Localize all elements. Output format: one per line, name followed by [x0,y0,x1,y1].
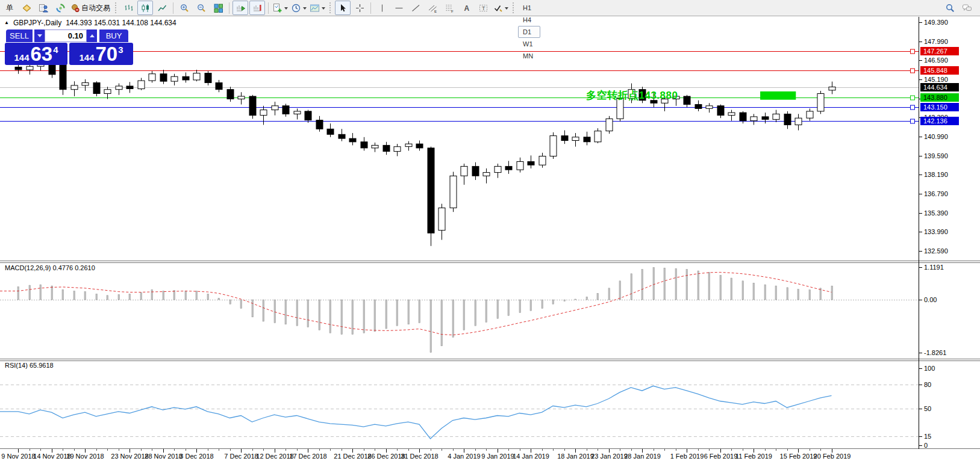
chevron-down-icon[interactable] [322,7,325,11]
cursor-button[interactable] [335,1,351,15]
chart-title: ▲ GBPJPY-,Daily 144.393 145.031 144.108 … [4,19,176,27]
date-axis: 9 Nov 201814 Nov 201819 Nov 201823 Nov 2… [1,449,850,460]
date-axis-label: 15 Feb 2019 [780,453,817,460]
toolbar-drag-handle[interactable] [329,2,332,13]
timeframe-button-d1[interactable]: D1 [518,26,540,38]
bar-chart-button[interactable] [120,1,136,15]
candlestick-chart-icon [140,3,151,13]
zoom-out-button[interactable] [193,1,209,15]
svg-text:-1.8261: -1.8261 [924,349,946,356]
sell-price-main: 63 [30,44,52,64]
buy-price-box[interactable]: 144 70 3 [69,43,133,65]
chevron-down-icon[interactable] [284,7,288,11]
date-axis-label: 31 Dec 2018 [401,453,438,460]
new-order-button[interactable]: 单 [2,1,17,15]
data-refresh-button[interactable] [52,1,68,15]
auto-scroll-button[interactable] [233,1,248,15]
volume-increase-button[interactable] [87,29,97,42]
volume-decrease-button[interactable] [34,29,45,42]
chart-shift-button[interactable] [249,1,265,15]
periods-button[interactable] [290,1,308,15]
svg-text:50: 50 [924,405,931,412]
chart-objects[interactable] [760,91,796,100]
line-chart-button[interactable] [154,1,170,15]
chat-icon [962,3,972,13]
tile-windows-icon [213,3,223,13]
navigator-button[interactable] [36,1,51,15]
chevron-down-icon[interactable] [505,7,508,11]
autotrading-button[interactable]: 自动交易 [69,1,112,15]
zoom-in-button[interactable] [176,1,192,15]
svg-text:F: F [451,10,454,13]
tile-windows-button[interactable] [210,1,226,15]
svg-text:T: T [482,5,485,11]
volume-input[interactable]: 0.10 [45,29,87,42]
arrows-button[interactable] [492,1,510,15]
chart-canvas[interactable]: 149.390147.990146.590145.190143.790142.3… [0,0,980,464]
toolbar-separator [370,2,371,14]
vertical-line-button[interactable] [374,1,390,15]
svg-text:146.590: 146.590 [924,57,948,64]
data-refresh-icon [55,3,66,13]
equidistant-channel-button[interactable]: E [425,1,440,15]
candles-layer[interactable] [15,60,835,246]
panel-separators [0,261,980,449]
crosshair-button[interactable] [352,1,367,15]
toolbar-drag-handle[interactable] [115,2,117,13]
date-axis-label: 21 Dec 2018 [334,453,371,460]
chart-symbol-period: GBPJPY-,Daily [13,19,61,27]
macd-layer [0,267,919,352]
text-label-button[interactable]: T [475,1,491,15]
horizontal-line-button[interactable] [391,1,407,15]
svg-text:140.990: 140.990 [924,133,948,140]
candlestick-chart-button[interactable] [137,1,153,15]
date-axis-label: 3 Dec 2018 [179,453,213,460]
one-click-trading-panel: SELL 0.10 BUY 144 63 4 144 70 3 [5,29,134,65]
chart-text-annotation[interactable]: 多空转折点143.880 [586,88,678,102]
periods-clock-icon [291,3,301,13]
chart-shift-icon [252,3,263,13]
date-axis-label: 23 Nov 2018 [111,453,148,460]
toolbar-drag-handle[interactable] [513,2,515,13]
svg-text:135.390: 135.390 [924,209,948,217]
templates-button[interactable] [309,1,326,15]
buy-price-prefix: 144 [79,52,94,63]
svg-text:138.190: 138.190 [924,171,948,178]
text-icon: A [461,3,472,13]
search-button[interactable] [942,1,958,15]
toolbar: 单 自动交易 [0,0,980,16]
symbol-collapse-icon[interactable]: ▲ [4,19,9,26]
auto-scroll-icon [236,3,246,13]
crosshair-icon [355,3,365,13]
toolbar-separator [268,2,269,14]
timeframe-button-h4[interactable]: H4 [518,14,540,26]
text-button[interactable]: A [458,1,474,15]
market-watch-button[interactable] [19,1,34,15]
indicators-button[interactable] [272,1,289,15]
svg-text:0: 0 [924,442,928,449]
timeframe-button-h1[interactable]: H1 [518,2,540,14]
chevron-down-icon[interactable] [303,7,307,11]
date-axis-label: 23 Jan 2019 [591,453,628,460]
macd-indicator-label: MACD(12,26,9) 0.4776 0.2610 [5,264,95,271]
timeframe-button-w1[interactable]: W1 [518,38,540,50]
date-axis-label: 19 Nov 2018 [66,453,104,460]
svg-text:133.990: 133.990 [924,228,948,235]
svg-text:142.390: 142.390 [924,114,948,121]
date-axis-label: 28 Nov 2018 [145,453,182,460]
zoom-in-icon [179,3,190,13]
fibonacci-button[interactable]: F [442,1,457,15]
sell-price-prefix: 144 [14,52,29,63]
zoom-out-icon [196,3,207,13]
chat-button[interactable] [959,1,975,15]
search-icon [945,3,955,13]
cursor-icon [338,3,348,13]
sell-button[interactable]: SELL [6,29,33,42]
trendline-button[interactable] [408,1,423,15]
autotrading-label: 自动交易 [80,3,111,13]
date-axis-label: 4 Jan 2019 [448,453,480,460]
sell-price-box[interactable]: 144 63 4 [5,43,67,65]
sell-price-pip: 4 [53,45,58,55]
timeframe-button-mn[interactable]: MN [518,50,540,62]
buy-button[interactable]: BUY [99,29,128,42]
